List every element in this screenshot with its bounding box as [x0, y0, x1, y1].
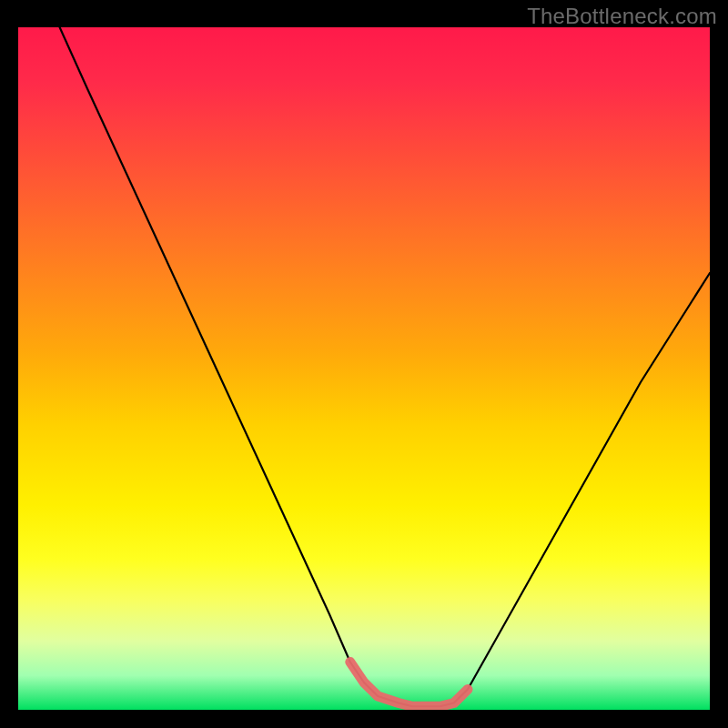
- optimal-range-highlight: [350, 662, 468, 707]
- bottleneck-curve: [60, 27, 710, 706]
- curve-svg: [18, 27, 710, 710]
- watermark-text: TheBottleneck.com: [527, 4, 717, 29]
- plot-area: [18, 27, 710, 710]
- chart-container: TheBottleneck.com: [0, 0, 728, 728]
